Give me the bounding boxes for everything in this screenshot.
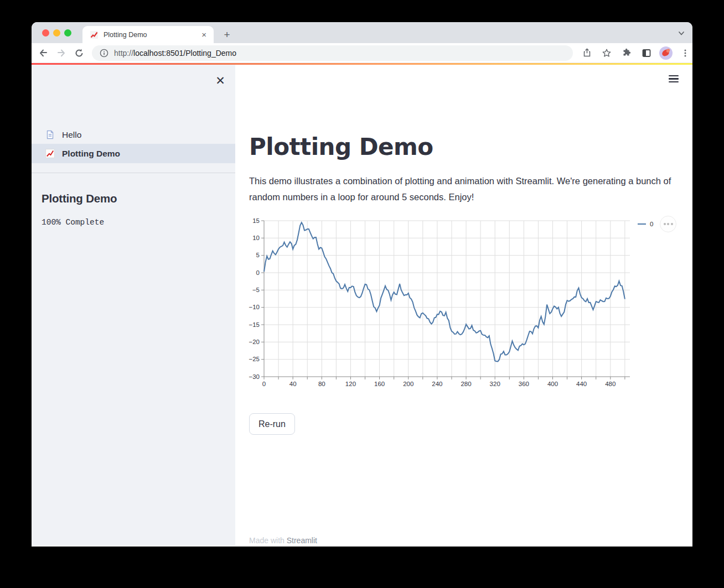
svg-text:320: 320 [490,381,500,387]
browser-tab[interactable]: Plotting Demo × [82,26,214,43]
url-text[interactable]: http://localhost:8501/Plotting_Demo [114,49,236,58]
tab-strip: Plotting Demo × + [32,22,692,43]
svg-text:280: 280 [461,381,471,387]
svg-text:360: 360 [519,381,529,387]
svg-text:200: 200 [403,381,413,387]
svg-text:0: 0 [256,269,260,276]
svg-text:−25: −25 [249,356,260,362]
svg-text:480: 480 [605,381,616,387]
svg-text:−5: −5 [252,287,260,293]
zoom-window-button[interactable] [64,29,71,37]
reload-icon[interactable] [72,46,86,60]
chart-increasing-icon [45,149,55,158]
browser-window: Plotting Demo × + http://localhost:8501/… [32,22,692,547]
svg-text:−30: −30 [249,373,260,380]
sidebar-item-label: Hello [62,130,81,140]
svg-text:120: 120 [345,381,356,387]
legend-swatch [638,223,646,225]
legend-label: 0 [650,221,653,227]
share-icon[interactable] [580,46,594,60]
svg-text:5: 5 [256,252,260,258]
browser-toolbar: http://localhost:8501/Plotting_Demo [32,43,692,63]
svg-text:−10: −10 [249,304,260,310]
back-icon[interactable] [36,46,50,60]
sidebar: ✕ Hello Plotting Demo [32,65,235,546]
tab-favicon-icon [90,30,99,39]
chart-legend: 0 [638,221,653,227]
page-title: Plotting Demo [249,133,433,160]
tab-title: Plotting Demo [104,31,200,39]
bookmark-star-icon[interactable] [599,46,614,60]
footer: Made with Streamlit [249,536,317,545]
sidebar-nav: Hello Plotting Demo [32,126,235,163]
url-host-path: localhost:8501/Plotting_Demo [133,49,236,58]
sidebar-divider [32,173,235,173]
svg-text:80: 80 [318,381,325,387]
svg-text:15: 15 [252,217,260,224]
svg-text:40: 40 [289,381,297,387]
app-menu-icon[interactable] [669,75,679,82]
line-chart: −30−25−20−15−10−505101504080120160200240… [249,216,692,388]
svg-text:240: 240 [432,381,442,387]
sidebar-section-title: Plotting Demo [42,192,117,205]
streamlit-link[interactable]: Streamlit [287,536,317,545]
svg-text:400: 400 [547,381,558,387]
svg-text:−15: −15 [249,321,260,328]
more-menu-icon[interactable] [678,46,692,60]
minimize-window-button[interactable] [53,29,60,37]
main-content: Plotting Demo This demo illustrates a co… [235,65,692,546]
sidebar-item-label: Plotting Demo [62,149,120,159]
window-controls [42,29,71,37]
svg-text:440: 440 [576,381,587,387]
line-chart-svg[interactable]: −30−25−20−15−10−505101504080120160200240… [248,216,658,388]
extensions-puzzle-icon[interactable] [619,46,634,60]
sidebar-item-plotting-demo[interactable]: Plotting Demo [32,144,235,163]
toolbar-actions [580,46,692,60]
app-page: ✕ Hello Plotting Demo [32,65,692,546]
sidebar-item-hello[interactable]: Hello [32,126,235,144]
tab-close-icon[interactable]: × [200,30,208,39]
svg-text:0: 0 [262,381,266,387]
svg-text:10: 10 [252,235,260,241]
profile-avatar[interactable] [659,46,673,60]
rerun-button[interactable]: Re-run [249,413,295,435]
footer-made-with: Made with [249,536,287,545]
close-window-button[interactable] [42,29,49,37]
progress-status-text: 100% Complete [42,218,104,227]
chart-options-button[interactable] [660,216,676,232]
page-description: This demo illustrates a combination of p… [249,173,678,205]
new-tab-button[interactable]: + [220,28,234,42]
site-info-icon[interactable] [100,49,108,58]
svg-text:160: 160 [374,381,385,387]
address-bar[interactable]: http://localhost:8501/Plotting_Demo [92,45,573,61]
document-page-icon [45,130,55,139]
svg-text:−20: −20 [249,339,260,345]
forward-icon[interactable] [54,46,69,60]
url-scheme: http:// [114,49,133,58]
side-panel-icon[interactable] [639,46,654,60]
sidebar-close-icon[interactable]: ✕ [215,75,226,86]
search-tabs-chevron-icon[interactable] [678,30,685,37]
